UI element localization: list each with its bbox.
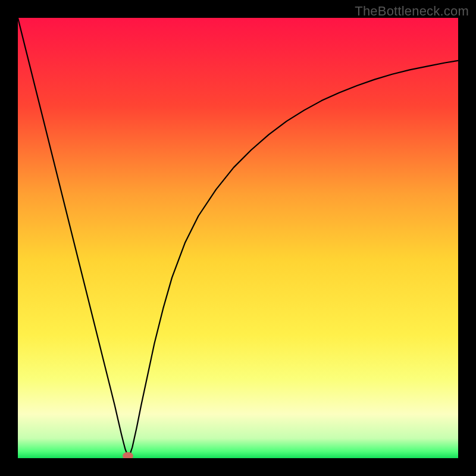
chart-svg	[18, 18, 458, 458]
chart-frame: TheBottleneck.com	[0, 0, 476, 476]
watermark-text: TheBottleneck.com	[355, 4, 469, 19]
plot-area	[18, 18, 458, 458]
gradient-background	[18, 18, 458, 458]
